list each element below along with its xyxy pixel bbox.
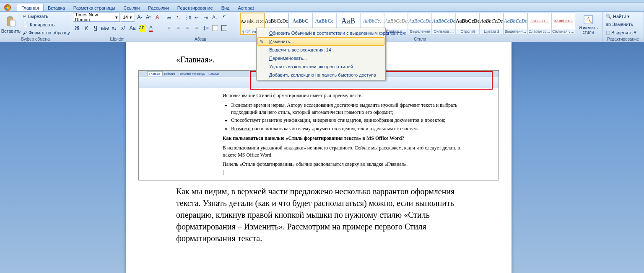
shading-button[interactable] [211, 24, 219, 32]
tab-references[interactable]: Ссылки [119, 4, 144, 11]
bullets-button[interactable]: ≔ [165, 13, 173, 22]
embed-li3: Возможно использовать как ко всему докум… [231, 125, 465, 132]
indent-icon: ⇥ [204, 15, 208, 21]
chevron-down-icon: ▾ [634, 30, 636, 35]
pilcrow-icon: ¶ [223, 15, 226, 21]
italic-button[interactable]: К [82, 24, 91, 32]
group-editing-label: Редактирование [602, 36, 644, 42]
context-menu-item-3[interactable]: Переименовать... [257, 54, 384, 62]
embed-p4: Панель «Стили форматирования» обычно рас… [223, 161, 465, 168]
modify-icon: ✎ [260, 39, 266, 46]
format-painter-button[interactable]: 🖌Формат по образцу [21, 30, 72, 36]
change-case-button[interactable]: Aa [128, 24, 137, 32]
paste-label: Вставить [1, 28, 21, 33]
decrease-indent-button[interactable]: ⇤ [192, 13, 201, 22]
clear-format-button[interactable]: A̷ [153, 13, 161, 21]
line-spacing-icon: ‡≡ [203, 25, 209, 31]
style-context-menu: Обновить Обычный в соответствии с выделе… [256, 28, 386, 80]
outdent-icon: ⇤ [195, 15, 199, 21]
embed-p2: Как пользоваться панелью «Стиль форматир… [223, 135, 465, 142]
underline-button[interactable]: Ч [91, 24, 100, 32]
show-marks-button[interactable]: ¶ [220, 13, 229, 22]
superscript-button[interactable]: x² [119, 24, 127, 32]
justify-icon: ≡ [195, 25, 198, 31]
embed-li2: Способствует развитию унификации, внедре… [231, 117, 465, 124]
select-button[interactable]: ⬚Выделить▾ [604, 29, 638, 36]
line-spacing-button[interactable]: ‡≡ [202, 24, 210, 32]
style-item-13[interactable]: AABBCCDEСильная с… [551, 13, 575, 34]
replace-button[interactable]: abЗаменить [604, 21, 638, 27]
align-left-button[interactable]: ≡ [165, 24, 173, 32]
style-item-7[interactable]: AaBbCcDcВыделение [408, 13, 432, 34]
svg-rect-5 [8, 8, 9, 9]
font-color-button[interactable]: A [147, 24, 155, 32]
font-size-combo[interactable]: 14▾ [121, 13, 135, 22]
chevron-down-icon: ▾ [115, 15, 118, 20]
context-menu-item-0[interactable]: Обновить Обычный в соответствии с выделе… [257, 29, 384, 37]
tab-acrobat[interactable]: Acrobat [234, 4, 258, 11]
multilevel-button[interactable]: ⋮≡ [183, 13, 192, 22]
shading-icon [212, 25, 218, 31]
embed-p3: В использовании указанной «вкладки» не н… [223, 144, 465, 159]
context-menu-item-2[interactable]: Выделить все вхождения: 14 [257, 46, 384, 54]
strike-button[interactable]: abc [101, 24, 109, 32]
context-menu-item-4[interactable]: Удалить из коллекции экспресс-стилей [257, 62, 384, 71]
align-right-icon: ≡ [186, 25, 189, 31]
justify-button[interactable]: ≡ [192, 24, 201, 32]
doc-para-2: Как мы видим, в верхней части предложено… [176, 185, 461, 244]
style-item-10[interactable]: AaBbCcDcЦитата 2 [480, 13, 504, 34]
context-menu-item-1[interactable]: Изменить...✎ [257, 37, 384, 46]
bullets-icon: ≔ [166, 15, 171, 21]
sort-button[interactable]: A↓ [211, 13, 219, 22]
align-right-button[interactable]: ≡ [183, 24, 192, 32]
tab-insert[interactable]: Вставка [44, 4, 69, 11]
shrink-font-button[interactable]: A▾ [145, 13, 153, 21]
chevron-down-icon: ▾ [627, 14, 630, 19]
style-item-9[interactable]: AaBbCcDcСтрогий [456, 13, 480, 34]
tab-review[interactable]: Рецензирование [173, 4, 217, 11]
find-icon: 🔍 [606, 14, 612, 19]
font-name-combo[interactable]: Times New Roman▾ [73, 13, 120, 22]
embed-tab-home: Главная [147, 71, 163, 76]
chevron-down-icon: ▾ [130, 15, 132, 20]
grow-font-button[interactable]: A▴ [136, 13, 144, 21]
subscript-button[interactable]: x₂ [110, 24, 118, 32]
align-center-button[interactable]: ≡ [174, 24, 182, 32]
paste-button[interactable]: Вставить [2, 13, 20, 36]
context-menu-item-5[interactable]: Добавить коллекцию на панель быстрого до… [257, 71, 384, 79]
style-item-12[interactable]: AABBCCDEСлабая сс… [527, 13, 551, 34]
copy-icon: 📄 [23, 22, 29, 27]
tab-home[interactable]: Главная [17, 4, 44, 11]
tab-mailings[interactable]: Рассылки [144, 4, 173, 11]
numbering-icon: ⒈ [176, 14, 181, 21]
tab-page-layout[interactable]: Разметка страницы [69, 4, 119, 11]
group-font: Times New Roman▾ 14▾ A▴ A▾ A̷ Ж К Ч abc … [71, 12, 163, 42]
brush-icon: 🖌 [23, 30, 27, 35]
group-clipboard-label: Буфер обмена [0, 36, 71, 42]
svg-rect-7 [8, 16, 12, 18]
svg-point-1 [4, 4, 11, 11]
embed-tab-refs: Ссылки [207, 72, 221, 76]
embed-tab-layout: Разметка страницы [177, 72, 207, 76]
svg-rect-2 [6, 6, 8, 8]
copy-button[interactable]: 📄Копировать [21, 21, 72, 28]
bold-button[interactable]: Ж [73, 24, 81, 32]
tab-view[interactable]: Вид [217, 4, 234, 11]
style-item-11[interactable]: AaBbCcDcВыделенн… [504, 13, 527, 34]
align-center-icon: ≡ [177, 25, 179, 31]
office-button[interactable] [2, 4, 13, 11]
numbering-button[interactable]: ⒈ [174, 13, 182, 22]
group-editing: 🔍Найти▾ abЗаменить ⬚Выделить▾ Редактиров… [602, 12, 644, 42]
eraser-icon: A̷ [156, 14, 159, 20]
multilevel-icon: ⋮≡ [184, 15, 192, 21]
embed-p1: Использование Стилей форматирования имее… [223, 92, 465, 99]
highlight-button[interactable]: ab [138, 24, 146, 32]
cut-button[interactable]: ✂Вырезать [21, 13, 72, 20]
change-styles-button[interactable]: A Изменить стили [576, 13, 600, 36]
find-button[interactable]: 🔍Найти▾ [604, 13, 638, 20]
change-styles-label: Изменить стили [578, 26, 599, 35]
svg-rect-8 [10, 20, 15, 27]
borders-button[interactable] [220, 24, 229, 32]
style-item-8[interactable]: AaBbCcDcСильное … [432, 13, 456, 34]
increase-indent-button[interactable]: ⇥ [202, 13, 210, 22]
